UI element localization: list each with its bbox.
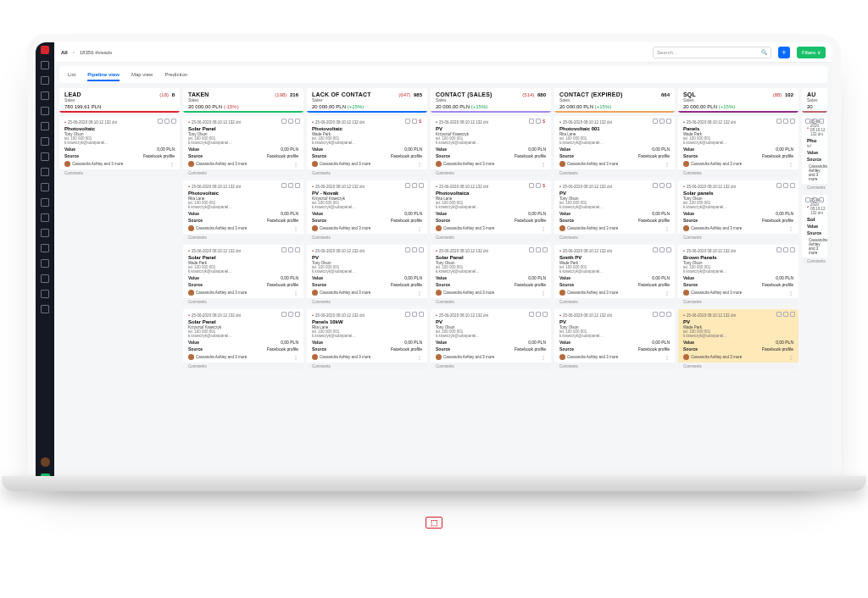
archive-icon[interactable] bbox=[288, 247, 293, 252]
calendar-icon[interactable] bbox=[653, 247, 658, 252]
archive-icon[interactable] bbox=[536, 312, 541, 317]
calendar-icon[interactable] bbox=[776, 119, 782, 124]
lead-card[interactable]: 25-06-2020 08:10:12 132 dni Smith PV Wad… bbox=[554, 245, 675, 306]
card-icon[interactable] bbox=[790, 183, 795, 188]
sidebar-icon-9[interactable] bbox=[41, 183, 49, 191]
sidebar-icon-14[interactable] bbox=[41, 259, 49, 268]
card-icon[interactable] bbox=[666, 247, 671, 252]
assignee-avatar[interactable] bbox=[64, 161, 70, 167]
lead-card[interactable]: 25-06-2020 08:10:12 132 dni PV Tony Olso… bbox=[307, 245, 427, 306]
card-icon[interactable] bbox=[666, 119, 671, 124]
lead-card[interactable]: 25-06-2020 08:10:12 132 dni Solar Panel … bbox=[183, 245, 303, 306]
column-header[interactable]: CONTACT (SALES) (514) 680 Sales 20 000,0… bbox=[431, 88, 551, 113]
card-comments[interactable]: Comments bbox=[431, 363, 551, 370]
column-header[interactable]: LACK OF CONTACT (647) 985 Sales 20 000,0… bbox=[307, 88, 427, 113]
assignee-avatar[interactable] bbox=[188, 290, 194, 296]
assignee-avatar[interactable] bbox=[188, 161, 194, 167]
card-icon[interactable] bbox=[295, 183, 300, 188]
card-comments[interactable]: Comments bbox=[307, 169, 427, 177]
archive-icon[interactable] bbox=[536, 247, 541, 252]
calendar-icon[interactable] bbox=[529, 312, 534, 317]
assignee-avatar[interactable] bbox=[559, 290, 565, 296]
sidebar-icon-15[interactable] bbox=[41, 274, 49, 283]
card-icon[interactable] bbox=[295, 247, 300, 252]
assignee-avatar[interactable] bbox=[188, 354, 194, 360]
archive-icon[interactable] bbox=[783, 247, 788, 252]
calendar-icon[interactable] bbox=[529, 247, 534, 252]
sidebar-icon-4[interactable] bbox=[41, 107, 49, 115]
more-icon[interactable]: ⋮ bbox=[541, 161, 546, 167]
lead-card[interactable]: 25-06-2020 08:10:12 132 dni Solar Panel … bbox=[431, 245, 551, 306]
card-icon[interactable] bbox=[419, 247, 424, 252]
card-comments[interactable]: Comments bbox=[431, 169, 551, 177]
archive-icon[interactable] bbox=[288, 312, 293, 317]
calendar-icon[interactable] bbox=[529, 119, 534, 124]
calendar-icon[interactable] bbox=[653, 312, 658, 317]
sidebar-icon-6[interactable] bbox=[41, 137, 49, 146]
assignee-avatar[interactable] bbox=[436, 354, 442, 360]
archive-icon[interactable] bbox=[659, 183, 665, 188]
assignee-avatar[interactable] bbox=[436, 225, 442, 231]
more-icon[interactable]: ⋮ bbox=[541, 354, 546, 360]
archive-icon[interactable] bbox=[412, 119, 417, 124]
sidebar-avatar[interactable] bbox=[41, 457, 50, 467]
card-comments[interactable]: Comments bbox=[802, 257, 827, 265]
more-icon[interactable]: ⋮ bbox=[541, 290, 546, 296]
sidebar-icon-8[interactable] bbox=[41, 168, 49, 176]
more-icon[interactable]: ⋮ bbox=[665, 354, 670, 360]
card-comments[interactable]: Comments bbox=[307, 298, 427, 306]
assignee-avatar[interactable] bbox=[312, 354, 318, 360]
assignee-avatar[interactable] bbox=[683, 354, 689, 360]
app-logo[interactable] bbox=[41, 46, 49, 54]
more-icon[interactable]: ⋮ bbox=[788, 354, 793, 360]
more-icon[interactable]: ⋮ bbox=[293, 161, 298, 167]
archive-icon[interactable] bbox=[412, 183, 417, 188]
sidebar-icon-1[interactable] bbox=[41, 61, 49, 69]
card-icon[interactable] bbox=[171, 119, 176, 124]
sidebar-icon-3[interactable] bbox=[41, 91, 49, 100]
card-icon[interactable] bbox=[790, 119, 795, 124]
assignee-avatar[interactable] bbox=[436, 161, 442, 167]
lead-card[interactable]: 25-06-2020 08:10:12 132 dni PV Wade Park… bbox=[678, 309, 798, 370]
archive-icon[interactable] bbox=[783, 312, 788, 317]
search-input[interactable]: Search... 🔍 bbox=[653, 47, 771, 58]
lead-card[interactable]: 25-06-2020 08:10:12 132 dni Photovoltaic… bbox=[183, 180, 303, 241]
card-comments[interactable]: Comments bbox=[183, 298, 303, 306]
calendar-icon[interactable] bbox=[158, 119, 163, 124]
lead-card[interactable]: 25-06-2020 08:10:12 132 dni Solar Panel … bbox=[183, 116, 303, 177]
tab-pipeline[interactable]: Pipeline view bbox=[87, 72, 120, 77]
lead-card[interactable]: 25-06-2020 08:10:12 132 dni PV - Novak K… bbox=[307, 180, 427, 241]
card-comments[interactable]: Comments bbox=[554, 298, 675, 306]
calendar-icon[interactable] bbox=[405, 119, 410, 124]
filters-button[interactable]: Filters ∨ bbox=[797, 47, 826, 58]
archive-icon[interactable] bbox=[288, 183, 293, 188]
sidebar-icon-2[interactable] bbox=[41, 76, 49, 85]
calendar-icon[interactable] bbox=[776, 183, 782, 188]
calendar-icon[interactable] bbox=[529, 183, 534, 188]
sidebar-icon-7[interactable] bbox=[41, 152, 49, 161]
card-icon[interactable] bbox=[542, 247, 548, 252]
more-icon[interactable]: ⋮ bbox=[417, 225, 422, 231]
card-icon[interactable] bbox=[295, 312, 300, 317]
more-icon[interactable]: ⋮ bbox=[788, 225, 793, 231]
archive-icon[interactable] bbox=[536, 119, 541, 124]
lead-card[interactable]: $ 25-06-2020 08:10:12 132 dni Photovolta… bbox=[431, 180, 551, 241]
lead-card[interactable]: 25-06-2020 08:10:12 132 dni Pho tel Valu… bbox=[802, 116, 827, 191]
assignee-avatar[interactable] bbox=[312, 161, 318, 167]
lead-card[interactable]: 25-06-2020 08:10:12 132 dni PV Tony Olso… bbox=[554, 180, 675, 241]
more-icon[interactable]: ⋮ bbox=[417, 161, 422, 167]
card-comments[interactable]: Comments bbox=[183, 363, 303, 370]
archive-icon[interactable] bbox=[659, 247, 665, 252]
assignee-avatar[interactable] bbox=[188, 225, 194, 231]
more-icon[interactable]: ⋮ bbox=[788, 161, 793, 167]
tab-prediction[interactable]: Prediction bbox=[164, 72, 187, 77]
calendar-icon[interactable] bbox=[281, 247, 287, 252]
sidebar-icon-16[interactable] bbox=[41, 290, 49, 298]
archive-icon[interactable] bbox=[412, 247, 417, 252]
archive-icon[interactable] bbox=[783, 183, 788, 188]
more-icon[interactable]: ⋮ bbox=[417, 354, 422, 360]
lead-card[interactable]: 25-06-2020 08:10:12 132 dni PV Tony Olso… bbox=[431, 309, 551, 370]
card-comments[interactable]: Comments bbox=[554, 234, 675, 241]
archive-icon[interactable] bbox=[412, 312, 417, 317]
card-comments[interactable]: Comments bbox=[802, 184, 827, 191]
